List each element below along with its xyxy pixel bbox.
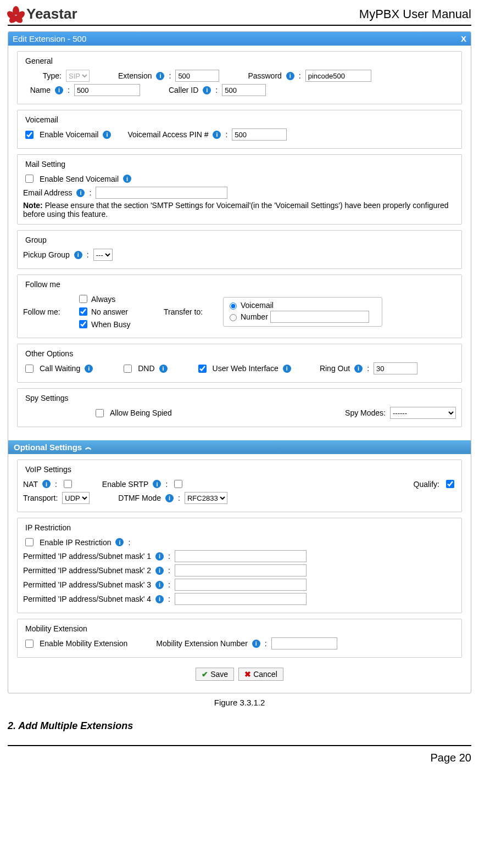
info-icon[interactable]: i — [165, 494, 174, 502]
page-number: Page 20 — [430, 752, 471, 764]
dtmf-label: DTMF Mode — [118, 494, 161, 502]
user-web-label: User Web Interface — [213, 364, 279, 373]
dtmf-select[interactable]: RFC2833 — [185, 492, 227, 504]
general-fieldset: General Type: SIP Extensioni: Passwordi:… — [17, 51, 462, 104]
voip-settings-legend: VoIP Settings — [23, 465, 74, 474]
info-icon[interactable]: i — [213, 131, 221, 139]
number-radio[interactable] — [230, 314, 237, 321]
page-footer: Page 20 — [8, 745, 471, 764]
other-options-legend: Other Options — [23, 349, 75, 358]
enable-mobility-checkbox[interactable] — [25, 640, 34, 648]
info-icon[interactable]: i — [203, 86, 211, 94]
info-icon[interactable]: i — [283, 365, 291, 373]
cancel-button[interactable]: ✖ Cancel — [238, 668, 283, 681]
permitted-ip-3-label: Permitted 'IP address/Subnet mask' 3 — [23, 580, 151, 589]
info-icon[interactable]: i — [74, 251, 82, 259]
info-icon[interactable]: i — [155, 595, 164, 603]
info-icon[interactable]: i — [155, 581, 164, 589]
permitted-ip-2-input[interactable] — [175, 564, 307, 576]
enable-send-voicemail-checkbox[interactable] — [25, 175, 34, 183]
transfer-number-input[interactable] — [270, 311, 369, 323]
info-icon[interactable]: i — [354, 365, 363, 373]
general-legend: General — [23, 57, 55, 65]
doc-header: Yeastar MyPBX User Manual — [8, 5, 471, 26]
info-icon[interactable]: i — [155, 567, 164, 575]
spy-settings-fieldset: Spy Settings Allow Being Spied Spy Modes… — [17, 388, 462, 427]
info-icon[interactable]: i — [123, 175, 131, 183]
password-input[interactable] — [305, 70, 371, 82]
nat-checkbox[interactable] — [64, 480, 72, 488]
pickup-group-label: Pickup Group — [23, 250, 70, 259]
transport-select[interactable]: UDP — [62, 492, 90, 504]
permitted-ip-1-label: Permitted 'IP address/Subnet mask' 1 — [23, 552, 151, 561]
info-icon[interactable]: i — [286, 72, 294, 80]
name-label: Name — [23, 86, 51, 94]
spy-settings-legend: Spy Settings — [23, 394, 71, 402]
email-address-input[interactable] — [96, 187, 227, 199]
info-icon[interactable]: i — [85, 365, 93, 373]
always-checkbox[interactable] — [79, 295, 87, 303]
permitted-ip-2-label: Permitted 'IP address/Subnet mask' 2 — [23, 566, 151, 575]
callerid-input[interactable] — [222, 84, 266, 96]
permitted-ip-4-label: Permitted 'IP address/Subnet mask' 4 — [23, 595, 151, 603]
type-select[interactable]: SIP — [66, 70, 90, 82]
spy-modes-label: Spy Modes: — [345, 408, 386, 417]
voicemail-radio[interactable] — [230, 303, 237, 310]
info-icon[interactable]: i — [156, 72, 164, 80]
save-button[interactable]: ✔ Save — [196, 668, 234, 681]
no-answer-checkbox[interactable] — [79, 307, 87, 316]
enable-ip-restriction-label: Enable IP Restriction — [40, 538, 111, 547]
qualify-checkbox[interactable] — [446, 480, 454, 488]
call-waiting-label: Call Waiting — [40, 364, 80, 373]
transport-label: Transport: — [23, 494, 58, 502]
dnd-checkbox[interactable] — [124, 365, 132, 373]
mobility-number-input[interactable] — [271, 637, 337, 649]
name-input[interactable] — [74, 84, 140, 96]
other-options-fieldset: Other Options Call Waitingi DNDi User We… — [17, 344, 462, 383]
info-icon[interactable]: i — [159, 365, 168, 373]
voip-settings-fieldset: VoIP Settings NATi: Enable SRTPi: Qualif… — [17, 460, 462, 512]
extension-input[interactable] — [175, 70, 219, 82]
info-icon[interactable]: i — [76, 189, 85, 197]
enable-ip-restriction-checkbox[interactable] — [25, 538, 34, 546]
voicemail-pin-label: Voicemail Access PIN # — [127, 130, 208, 139]
cross-icon: ✖ — [244, 670, 251, 679]
info-icon[interactable]: i — [42, 480, 51, 488]
qualify-label: Qualify: — [414, 480, 439, 489]
call-waiting-checkbox[interactable] — [25, 365, 34, 373]
close-icon[interactable]: X — [461, 34, 466, 43]
nat-label: NAT — [23, 480, 38, 489]
allow-spied-label: Allow Being Spied — [110, 408, 172, 417]
spy-modes-select[interactable]: ------ — [390, 407, 456, 419]
when-busy-label: When Busy — [91, 320, 131, 329]
ring-out-input[interactable] — [374, 362, 417, 374]
voicemail-fieldset: Voicemail Enable Voicemail i Voicemail A… — [17, 110, 462, 149]
optional-settings-toggle[interactable]: Optional Settings ︽ — [8, 440, 471, 454]
allow-spied-checkbox[interactable] — [96, 409, 104, 417]
info-icon[interactable]: i — [252, 640, 260, 648]
permitted-ip-3-input[interactable] — [175, 579, 307, 591]
enable-mobility-label: Enable Mobility Extension — [40, 639, 127, 648]
info-icon[interactable]: i — [55, 86, 63, 94]
permitted-ip-1-input[interactable] — [175, 550, 307, 562]
srtp-checkbox[interactable] — [174, 480, 182, 488]
when-busy-checkbox[interactable] — [79, 320, 87, 328]
brand-name: Yeastar — [26, 5, 77, 23]
permitted-ip-4-input[interactable] — [175, 593, 307, 605]
info-icon[interactable]: i — [155, 552, 164, 561]
enable-voicemail-checkbox[interactable] — [25, 131, 34, 139]
doc-title: MyPBX User Manual — [359, 7, 471, 21]
chevron-up-icon: ︽ — [85, 443, 92, 452]
email-address-label: Email Address — [23, 188, 72, 197]
info-icon[interactable]: i — [153, 480, 161, 488]
mail-setting-fieldset: Mail Setting Enable Send Voicemail i Ema… — [17, 154, 462, 225]
note-prefix: Note: — [23, 201, 43, 210]
pickup-group-select[interactable]: --- — [93, 249, 113, 261]
info-icon[interactable]: i — [103, 131, 111, 139]
ip-restriction-fieldset: IP Restriction Enable IP Restrictioni: P… — [17, 518, 462, 613]
voicemail-pin-input[interactable] — [232, 128, 287, 141]
group-legend: Group — [23, 236, 49, 244]
user-web-checkbox[interactable] — [198, 365, 207, 373]
dnd-label: DND — [138, 364, 154, 373]
info-icon[interactable]: i — [115, 538, 124, 546]
